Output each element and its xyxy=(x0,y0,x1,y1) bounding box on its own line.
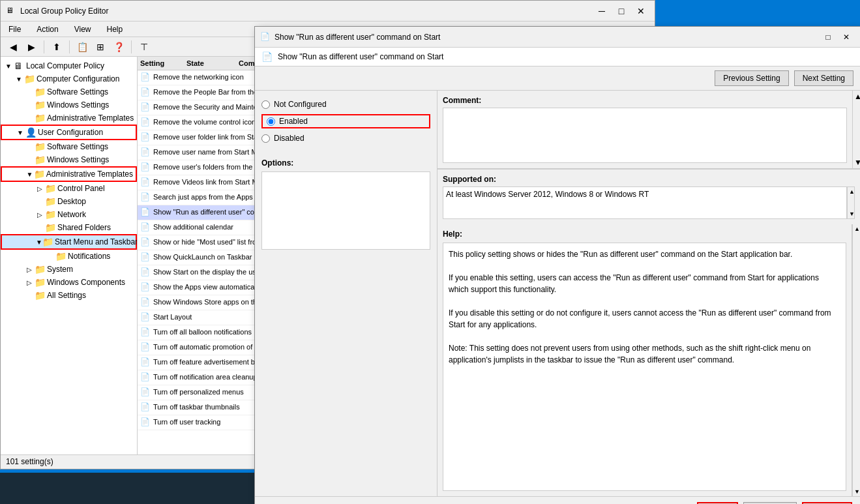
dialog-subtitle: 📄 Show "Run as different user" command o… xyxy=(255,48,860,67)
dialog-window-controls: □ ✕ xyxy=(820,31,855,44)
menu-help[interactable]: Help xyxy=(103,23,127,35)
supported-scroll-down[interactable]: ▼ xyxy=(849,211,853,217)
help-label: Help: xyxy=(443,230,846,239)
tree-system[interactable]: ▷ 📁 System xyxy=(1,263,137,276)
comment-label: Comment: xyxy=(443,96,847,105)
dialog-subtitle-text: Show "Run as different user" command on … xyxy=(278,52,443,61)
col-state-header: State xyxy=(186,59,239,67)
dialog-footer: OK Cancel Apply xyxy=(255,496,860,504)
tree-admin-templates[interactable]: 📁 Administrative Templates xyxy=(1,111,137,125)
app-icon: 🖥 xyxy=(6,6,16,16)
supported-scroll-up[interactable]: ▲ xyxy=(849,188,853,195)
supported-section: Supported on: At least Windows Server 20… xyxy=(437,169,860,224)
tree-user-config[interactable]: ▼ 👤 User Configuration xyxy=(1,125,137,140)
dialog-window: 📄 Show "Run as different user" command o… xyxy=(254,26,860,504)
back-button[interactable]: ◀ xyxy=(5,39,22,55)
show-hide-button[interactable]: 📋 xyxy=(74,39,91,55)
dialog-subtitle-icon: 📄 xyxy=(261,52,273,62)
dialog-left-panel: Not Configured Enabled Disabled Options: xyxy=(255,91,437,496)
tree-all-settings[interactable]: 📁 All Settings xyxy=(1,289,137,302)
toolbar-separator-3 xyxy=(131,40,132,53)
supported-label: Supported on: xyxy=(443,175,855,184)
options-section: Options: xyxy=(261,158,430,250)
tree-shared-folders[interactable]: 📁 Shared Folders xyxy=(1,221,137,234)
window-controls: ─ □ ✕ xyxy=(593,5,649,18)
tree-windows-settings[interactable]: 📁 Windows Settings xyxy=(1,98,137,111)
dialog-nav: Previous Setting Next Setting xyxy=(255,67,860,91)
radio-group: Not Configured Enabled Disabled xyxy=(261,97,430,145)
supported-value: At least Windows Server 2012, Windows 8 … xyxy=(443,186,847,219)
menu-action[interactable]: Action xyxy=(33,23,62,35)
help-button[interactable]: ❓ xyxy=(110,39,127,55)
tree-computer-config[interactable]: ▼ 📁 Computer Configuration xyxy=(1,72,137,85)
up-button[interactable]: ⬆ xyxy=(48,39,65,55)
tree-control-panel[interactable]: ▷ 📁 Control Panel xyxy=(1,182,137,195)
forward-button[interactable]: ▶ xyxy=(23,39,40,55)
next-setting-button[interactable]: Next Setting xyxy=(794,70,853,86)
tree-user-windows[interactable]: 📁 Windows Settings xyxy=(1,153,137,166)
dialog-close-button[interactable]: ✕ xyxy=(838,31,855,44)
options-label: Options: xyxy=(261,158,430,168)
comment-section: Comment: xyxy=(437,91,852,168)
title-bar: 🖥 Local Group Policy Editor ─ □ ✕ xyxy=(1,1,655,22)
dialog-maximize-button[interactable]: □ xyxy=(820,31,837,44)
menu-file[interactable]: File xyxy=(5,23,25,35)
dialog-title-bar: 📄 Show "Run as different user" command o… xyxy=(255,27,860,48)
radio-enabled-label: Enabled xyxy=(279,117,308,126)
dialog-right-panel: Comment: ▲ ▼ Supported on: At least Wind… xyxy=(437,91,860,496)
tree-panel: ▼ 🖥 Local Computer Policy ▼ 📁 Computer C… xyxy=(1,57,138,454)
help-text: This policy setting shows or hides the "… xyxy=(443,243,846,491)
tree-root[interactable]: ▼ 🖥 Local Computer Policy xyxy=(1,59,137,72)
close-button[interactable]: ✕ xyxy=(632,5,649,18)
tree-desktop[interactable]: 📁 Desktop xyxy=(1,195,137,208)
status-text: 101 setting(s) xyxy=(6,457,53,466)
tree-user-admin[interactable]: ▼ 📁 Administrative Templates xyxy=(1,166,137,182)
minimize-button[interactable]: ─ xyxy=(593,5,610,18)
col-setting-header: Setting xyxy=(140,59,186,67)
radio-not-configured-label: Not Configured xyxy=(274,100,327,109)
radio-enabled-container[interactable]: Enabled xyxy=(261,114,430,128)
comment-textarea[interactable] xyxy=(443,108,847,163)
menu-view[interactable]: View xyxy=(70,23,95,35)
tree-notifications[interactable]: 📁 Notifications xyxy=(1,250,137,263)
tree-user-software[interactable]: 📁 Software Settings xyxy=(1,140,137,153)
tree-software-settings[interactable]: 📁 Software Settings xyxy=(1,85,137,98)
help-options-area: Help: This policy setting shows or hides… xyxy=(437,224,860,496)
help-section: Help: This policy setting shows or hides… xyxy=(437,224,852,496)
previous-setting-button[interactable]: Previous Setting xyxy=(715,70,788,86)
toolbar-separator-1 xyxy=(44,40,44,53)
tree-windows-comp[interactable]: ▷ 📁 Windows Components xyxy=(1,276,137,289)
filter-button[interactable]: ⊤ xyxy=(136,39,153,55)
comment-scroll-down[interactable]: ▼ xyxy=(854,158,859,167)
dialog-right-top: Comment: ▲ ▼ xyxy=(437,91,860,169)
tree-network[interactable]: ▷ 📁 Network xyxy=(1,208,137,221)
radio-disabled-label: Disabled xyxy=(274,134,304,143)
dialog-icon: 📄 xyxy=(260,32,271,42)
maximize-button[interactable]: □ xyxy=(613,5,630,18)
comment-scroll-up[interactable]: ▲ xyxy=(854,92,859,101)
main-window-title: Local Group Policy Editor xyxy=(20,7,593,16)
help-scroll-down[interactable]: ▼ xyxy=(854,488,859,495)
dialog-body: Not Configured Enabled Disabled Options: xyxy=(255,91,860,496)
toolbar-separator-2 xyxy=(69,40,70,53)
options-box xyxy=(261,171,430,250)
dialog-title: Show "Run as different user" command on … xyxy=(274,33,820,42)
radio-not-configured[interactable]: Not Configured xyxy=(261,100,430,109)
radio-disabled[interactable]: Disabled xyxy=(261,134,430,143)
properties-button[interactable]: ⊞ xyxy=(92,39,109,55)
tree-start-menu[interactable]: ▼ 📁 Start Menu and Taskbar xyxy=(1,234,137,250)
help-scroll-up[interactable]: ▲ xyxy=(854,226,859,232)
